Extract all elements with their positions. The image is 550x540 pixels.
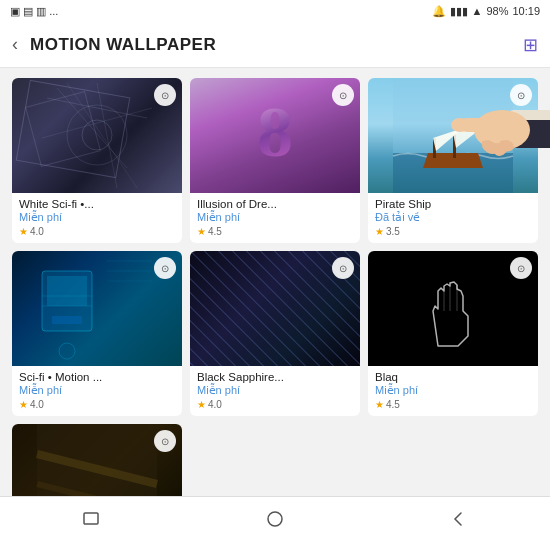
wallpaper-thumbnail-scifi-motion: ⊙ xyxy=(12,251,182,366)
star-icon: ★ xyxy=(375,399,384,410)
wallpaper-thumbnail-black-sapphire: ⊙ xyxy=(190,251,360,366)
item-name-black-sapphire: Black Sapphire... xyxy=(197,371,353,383)
wallpaper-item-white-scifi[interactable]: ⊙ White Sci-fi •... Miễn phí ★ 4.0 xyxy=(12,78,182,243)
wallpaper-item-pirate[interactable]: ⊙ Pirate Ship Đã tải về ★ 3.5 xyxy=(368,78,538,243)
wallpaper-thumbnail-illusion: 8 ⊙ xyxy=(190,78,360,193)
mute-icon: 🔔 xyxy=(432,5,446,18)
item-rating-scifi-motion: ★ 4.0 xyxy=(19,399,175,410)
item-info-pirate: Pirate Ship Đã tải về ★ 3.5 xyxy=(368,193,538,243)
item-rating-blaq: ★ 4.5 xyxy=(375,399,531,410)
rating-value-scifi-motion: 4.0 xyxy=(30,399,44,410)
rating-value-pirate: 3.5 xyxy=(386,226,400,237)
header: ‹ MOTION WALLPAPER ⊞ xyxy=(0,22,550,68)
star-icon: ★ xyxy=(19,226,28,237)
home-button[interactable] xyxy=(183,497,366,540)
wallpaper-item-scifi-motion[interactable]: ⊙ Sci-fi • Motion ... Miễn phí ★ 4.0 xyxy=(12,251,182,416)
item-name-blaq: Blaq xyxy=(375,371,531,383)
grid-view-button[interactable]: ⊞ xyxy=(523,34,538,56)
item-info-blaq: Blaq Miễn phí ★ 4.5 xyxy=(368,366,538,416)
svg-point-5 xyxy=(67,105,127,165)
item-info-scifi-motion: Sci-fi • Motion ... Miễn phí ★ 4.0 xyxy=(12,366,182,416)
content-area: ⊙ White Sci-fi •... Miễn phí ★ 4.0 8 ⊙ I… xyxy=(0,68,550,496)
wallpaper-item-bottom[interactable]: ⊙ xyxy=(12,424,182,496)
item-name-illusion: Illusion of Dre... xyxy=(197,198,353,210)
svg-line-4 xyxy=(97,83,117,188)
item-price-blaq: Miễn phí xyxy=(375,384,531,397)
wallpaper-thumbnail-pirate: ⊙ xyxy=(368,78,538,193)
rating-value-illusion: 4.5 xyxy=(208,226,222,237)
badge-blaq: ⊙ xyxy=(510,257,532,279)
rating-value-black-sapphire: 4.0 xyxy=(208,399,222,410)
status-bar: ▣ ▤ ▥ ... 🔔 ▮▮▮ ▲ 98% 10:19 xyxy=(0,0,550,22)
star-icon: ★ xyxy=(197,226,206,237)
wifi-icon: ▲ xyxy=(472,5,483,17)
item-info-black-sapphire: Black Sapphire... Miễn phí ★ 4.0 xyxy=(190,366,360,416)
svg-rect-16 xyxy=(52,316,82,324)
item-price-scifi-motion: Miễn phí xyxy=(19,384,175,397)
item-price-illusion: Miễn phí xyxy=(197,211,353,224)
item-rating-black-sapphire: ★ 4.0 xyxy=(197,399,353,410)
item-rating-pirate: ★ 3.5 xyxy=(375,226,531,237)
rating-value-blaq: 4.5 xyxy=(386,399,400,410)
item-price-pirate: Đã tải về xyxy=(375,211,531,224)
status-left-icons: ▣ ▤ ▥ ... xyxy=(10,5,58,18)
badge-illusion: ⊙ xyxy=(332,84,354,106)
badge-pirate: ⊙ xyxy=(510,84,532,106)
bottom-nav xyxy=(0,496,550,540)
svg-rect-13 xyxy=(47,276,87,306)
item-info-illusion: Illusion of Dre... Miễn phí ★ 4.5 xyxy=(190,193,360,243)
illusion-number: 8 xyxy=(257,96,293,168)
wallpaper-thumbnail-bottom: ⊙ xyxy=(12,424,182,496)
wallpaper-thumbnail-white-scifi: ⊙ xyxy=(12,78,182,193)
back-nav-button[interactable] xyxy=(367,497,550,540)
recent-icon xyxy=(82,509,102,529)
signal-bars: ▮▮▮ xyxy=(450,5,468,18)
star-icon: ★ xyxy=(19,399,28,410)
svg-line-0 xyxy=(47,98,147,118)
item-name-white-scifi: White Sci-fi •... xyxy=(19,198,175,210)
time: 10:19 xyxy=(512,5,540,17)
wallpaper-thumbnail-blaq: ⊙ xyxy=(368,251,538,366)
svg-line-3 xyxy=(67,83,137,188)
status-right: 🔔 ▮▮▮ ▲ 98% 10:19 xyxy=(432,5,540,18)
battery-percent: 98% xyxy=(486,5,508,17)
notification-icons: ▣ ▤ ▥ ... xyxy=(10,5,58,18)
recent-apps-button[interactable] xyxy=(0,497,183,540)
badge-black-sapphire: ⊙ xyxy=(332,257,354,279)
badge-bottom: ⊙ xyxy=(154,430,176,452)
home-icon xyxy=(265,509,285,529)
star-icon: ★ xyxy=(197,399,206,410)
svg-rect-32 xyxy=(84,513,98,524)
svg-line-1 xyxy=(57,88,127,168)
wallpaper-item-black-sapphire[interactable]: ⊙ Black Sapphire... Miễn phí ★ 4.0 xyxy=(190,251,360,416)
svg-rect-11 xyxy=(453,123,461,129)
wallpaper-item-illusion[interactable]: 8 ⊙ Illusion of Dre... Miễn phí ★ 4.5 xyxy=(190,78,360,243)
page-title: MOTION WALLPAPER xyxy=(30,35,523,55)
back-nav-icon xyxy=(448,509,468,529)
wallpaper-item-blaq[interactable]: ⊙ Blaq Miễn phí ★ 4.5 xyxy=(368,251,538,416)
badge-white-scifi: ⊙ xyxy=(154,84,176,106)
item-price-white-scifi: Miễn phí xyxy=(19,211,175,224)
item-rating-white-scifi: ★ 4.0 xyxy=(19,226,175,237)
back-button[interactable]: ‹ xyxy=(12,34,18,55)
item-name-pirate: Pirate Ship xyxy=(375,198,531,210)
rating-value-white-scifi: 4.0 xyxy=(30,226,44,237)
badge-scifi-motion: ⊙ xyxy=(154,257,176,279)
item-rating-illusion: ★ 4.5 xyxy=(197,226,353,237)
wallpaper-grid: ⊙ White Sci-fi •... Miễn phí ★ 4.0 8 ⊙ I… xyxy=(12,78,538,496)
item-price-black-sapphire: Miễn phí xyxy=(197,384,353,397)
item-info-white-scifi: White Sci-fi •... Miễn phí ★ 4.0 xyxy=(12,193,182,243)
item-name-scifi-motion: Sci-fi • Motion ... xyxy=(19,371,175,383)
svg-point-17 xyxy=(59,343,75,359)
star-icon: ★ xyxy=(375,226,384,237)
svg-point-33 xyxy=(268,512,282,526)
svg-point-6 xyxy=(82,120,112,150)
